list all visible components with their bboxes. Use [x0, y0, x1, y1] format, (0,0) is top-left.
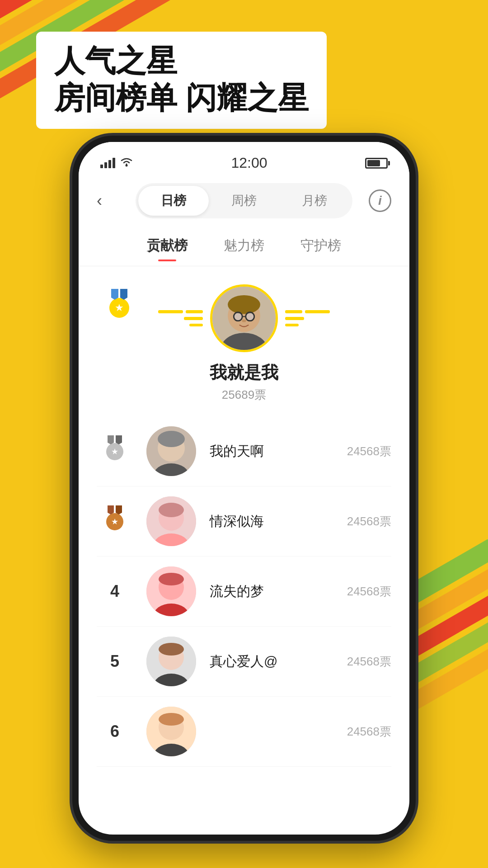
rank-4-number: 4: [110, 582, 119, 601]
rank-6-avatar: [146, 707, 196, 756]
rank-item-3[interactable]: ★ 情深似海 24: [97, 486, 391, 557]
svg-point-14: [234, 312, 242, 321]
status-bar: 12:00: [79, 142, 409, 179]
background: 人气之星 房间榜单 闪耀之星: [0, 0, 488, 868]
rank-item-5[interactable]: 5 真心爱人@ 24568票: [97, 627, 391, 697]
signal-bar-1: [100, 165, 103, 168]
rank-5-number: 5: [110, 652, 119, 671]
wifi-icon: [120, 157, 133, 170]
signal-bar-2: [104, 162, 107, 168]
rank-4-avatar: [146, 566, 196, 616]
rank-5-info: 真心爱人@: [210, 652, 347, 671]
first-place-avatar: [210, 284, 278, 352]
rank-6-number: 6: [110, 722, 119, 741]
rank-4-num: 4: [97, 582, 133, 601]
signal-bars: [100, 158, 115, 168]
rank-item-6[interactable]: 6 24568票: [97, 697, 391, 767]
rank-3-badge: ★: [97, 505, 133, 537]
svg-point-13: [228, 295, 260, 314]
rank-list: ★ 我的天啊 24: [79, 416, 409, 767]
header-line2: 房间榜单 闪耀之星: [54, 80, 309, 117]
rank-5-name: 真心爱人@: [210, 652, 347, 671]
svg-point-33: [159, 643, 184, 656]
svg-point-21: [158, 431, 185, 447]
rank-2-badge: ★: [97, 435, 133, 467]
rank-2-votes: 24568票: [347, 443, 391, 459]
svg-point-25: [159, 503, 184, 517]
info-button[interactable]: i: [369, 189, 391, 212]
rank-3-info: 情深似海: [210, 512, 347, 531]
tab-monthly[interactable]: 月榜: [279, 186, 350, 216]
first-place-votes: 25689票: [222, 387, 266, 403]
wings-avatar-container: [158, 284, 330, 352]
rank-4-votes: 24568票: [347, 584, 391, 599]
rank-6-num: 6: [97, 722, 133, 741]
header-text-box: 人气之星 房间榜单 闪耀之星: [36, 32, 327, 129]
rank-2-avatar: [146, 426, 196, 476]
svg-point-29: [159, 573, 184, 585]
rank-3-name: 情深似海: [210, 512, 347, 531]
sub-tab-charm[interactable]: 魅力榜: [224, 236, 264, 261]
tab-group: 日榜 周榜 月榜: [136, 183, 352, 218]
first-medal: ★: [106, 289, 133, 321]
rank-2-info: 我的天啊: [210, 442, 347, 461]
svg-point-9: [126, 164, 128, 166]
battery-icon: [365, 158, 388, 169]
tab-daily[interactable]: 日榜: [138, 186, 209, 216]
header-line1: 人气之星: [54, 42, 309, 80]
tab-weekly[interactable]: 周榜: [209, 186, 279, 216]
svg-point-15: [246, 312, 254, 321]
status-time: 12:00: [231, 155, 267, 171]
nav-tabs: ‹ 日榜 周榜 月榜 i: [79, 179, 409, 227]
phone-mockup: 12:00 ‹ 日榜 周榜 月榜 i 贡献榜 魅力榜 守护榜: [72, 136, 416, 841]
svg-point-37: [159, 713, 184, 726]
rank-3-avatar: [146, 496, 196, 546]
ranking-content: ★: [79, 266, 409, 785]
first-place: ★: [79, 266, 409, 416]
sub-tabs: 贡献榜 魅力榜 守护榜: [79, 227, 409, 266]
signal-bar-3: [108, 160, 111, 168]
sub-tab-contribution[interactable]: 贡献榜: [147, 236, 188, 261]
rank-item-4[interactable]: 4 流失的梦 24568票: [97, 557, 391, 627]
rank-5-avatar: [146, 637, 196, 686]
rank-3-votes: 24568票: [347, 514, 391, 529]
sub-tab-guard[interactable]: 守护榜: [300, 236, 341, 261]
back-button[interactable]: ‹: [97, 191, 102, 210]
rank-4-name: 流失的梦: [210, 582, 347, 601]
rank-5-votes: 24568票: [347, 654, 391, 670]
rank-item-2[interactable]: ★ 我的天啊 24: [97, 416, 391, 486]
battery-fill: [367, 160, 380, 166]
rank-2-name: 我的天啊: [210, 442, 347, 461]
first-place-name: 我就是我: [210, 361, 278, 384]
signal-bar-4: [113, 158, 115, 168]
rank-5-num: 5: [97, 652, 133, 671]
status-left: [100, 157, 133, 170]
rank-6-votes: 24568票: [347, 724, 391, 740]
svg-point-17: [242, 320, 246, 322]
rank-4-info: 流失的梦: [210, 582, 347, 601]
